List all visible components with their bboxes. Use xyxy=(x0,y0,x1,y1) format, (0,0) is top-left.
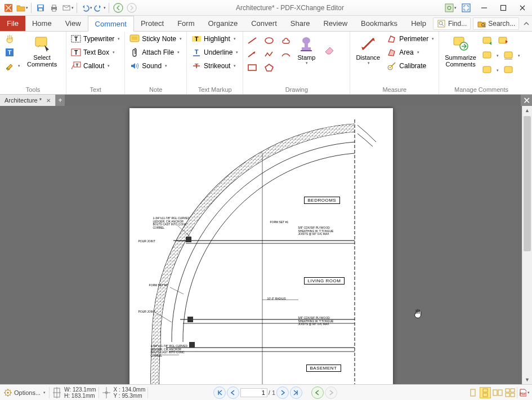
dimensions-icon[interactable] xyxy=(50,385,62,400)
oval-tool[interactable] xyxy=(262,35,276,46)
next-page-button[interactable] xyxy=(276,386,289,399)
nav-back-circle[interactable] xyxy=(311,386,324,399)
sticky-note-button[interactable]: Sticky Note▾ xyxy=(127,33,184,45)
redo-button[interactable]: ▾ xyxy=(93,2,106,14)
pdf-export-icon[interactable]: PDF▾ xyxy=(518,387,530,398)
ribbon-tabs: File Home View Comment Protect Form Orga… xyxy=(0,16,532,32)
cloud-tool[interactable] xyxy=(279,35,293,46)
summarize-button[interactable]: Summarize Comments xyxy=(441,33,480,70)
eraser-button[interactable] xyxy=(320,33,340,59)
tab-comment[interactable]: Comment xyxy=(88,16,134,32)
prev-page-button[interactable] xyxy=(227,386,239,399)
title-bar: ▾ ▾ ▾ ▾ Architecture* - PDF-XChange Edit… xyxy=(0,0,532,16)
pencil-tool[interactable] xyxy=(279,48,293,60)
scroll-down-icon[interactable]: ▼ xyxy=(522,375,532,384)
typewriter-button[interactable]: TTypewriter▾ xyxy=(69,33,122,45)
find-button[interactable]: Find... xyxy=(433,17,471,30)
last-page-button[interactable] xyxy=(290,386,302,399)
comments-list-button[interactable]: ▾ xyxy=(481,64,500,77)
layout-facing[interactable] xyxy=(492,387,503,398)
calibrate-button[interactable]: Calibrate xyxy=(385,60,436,72)
perimeter-button[interactable]: Perimeter▾ xyxy=(385,33,436,45)
svg-rect-96 xyxy=(498,390,502,395)
area-button[interactable]: Area▾ xyxy=(385,46,436,59)
options-button[interactable]: Options...▾ xyxy=(0,385,49,400)
highlight-button[interactable]: THighlight▾ xyxy=(189,33,240,45)
underline-button[interactable]: TUnderline▾ xyxy=(189,46,240,59)
svg-text:T: T xyxy=(8,49,12,56)
save-button[interactable] xyxy=(34,2,47,14)
attach-file-button[interactable]: Attach File▾ xyxy=(127,46,184,59)
scroll-up-icon[interactable]: ▲ xyxy=(522,106,532,115)
ui-options-button[interactable]: ▾ xyxy=(444,2,457,14)
close-tab-icon[interactable]: ✕ xyxy=(45,97,52,104)
export-comments[interactable] xyxy=(497,35,510,47)
tab-protect[interactable]: Protect xyxy=(134,16,171,31)
print-button[interactable] xyxy=(48,2,60,14)
svg-text:T: T xyxy=(195,35,199,42)
document-tab[interactable]: Architecture * ✕ xyxy=(0,95,56,106)
group-text: TTypewriter▾ TText Box▾ TCallout▾ Text xyxy=(66,32,125,94)
first-page-button[interactable] xyxy=(213,386,226,399)
comment-styles-button[interactable] xyxy=(502,64,516,77)
layout-single[interactable] xyxy=(467,387,479,398)
scroll-thumb[interactable] xyxy=(524,116,531,251)
tab-view[interactable]: View xyxy=(59,16,88,31)
collapse-ribbon-button[interactable] xyxy=(521,19,531,29)
file-tab[interactable]: File xyxy=(0,16,25,31)
svg-point-85 xyxy=(7,392,9,393)
hand-tool[interactable] xyxy=(2,33,23,45)
show-comments-button[interactable]: ▾ xyxy=(481,50,500,62)
tab-convert[interactable]: Convert xyxy=(244,16,284,31)
nav-back-button[interactable] xyxy=(112,2,124,14)
minimize-button[interactable] xyxy=(475,0,494,16)
polyline-tool[interactable] xyxy=(262,48,276,60)
tab-share[interactable]: Share xyxy=(284,16,317,31)
window-controls xyxy=(475,0,532,16)
fullscreen-button[interactable] xyxy=(460,2,472,14)
document-viewer[interactable]: BEDROOMS LIVING ROOM BASEMENT FORM SET #… xyxy=(0,106,522,384)
undo-button[interactable]: ▾ xyxy=(80,2,92,14)
app-icon[interactable] xyxy=(2,2,15,14)
layout-continuous[interactable] xyxy=(480,387,491,398)
tab-form[interactable]: Form xyxy=(171,16,201,31)
email-button[interactable]: ▾ xyxy=(61,2,74,14)
search-label: Search... xyxy=(488,20,515,28)
line-tool[interactable] xyxy=(245,35,259,46)
tab-home[interactable]: Home xyxy=(25,16,59,31)
nav-fwd-circle[interactable] xyxy=(325,386,337,399)
close-all-tabs[interactable]: ✕ xyxy=(521,95,532,106)
select-comments-button[interactable]: Select Comments xyxy=(24,33,60,70)
sound-button[interactable]: Sound▾ xyxy=(127,60,184,72)
new-tab-button[interactable]: + xyxy=(56,95,65,106)
arrow-tool[interactable] xyxy=(245,48,259,60)
svg-rect-2 xyxy=(38,5,43,7)
view-layout-controls: PDF▾ xyxy=(467,387,532,398)
nav-forward-button[interactable] xyxy=(126,2,138,14)
import-comments[interactable] xyxy=(481,35,494,47)
svg-rect-31 xyxy=(130,35,139,42)
callout-button[interactable]: TCallout▾ xyxy=(69,60,122,72)
cursor-pos-icon[interactable] xyxy=(99,385,111,400)
page-number-input[interactable] xyxy=(240,388,267,397)
select-text-tool[interactable]: T xyxy=(2,46,23,59)
layout-facing-continuous[interactable] xyxy=(504,387,516,398)
vertical-scrollbar[interactable]: ▲ ▼ xyxy=(522,106,532,384)
svg-rect-57 xyxy=(483,66,491,73)
close-button[interactable] xyxy=(513,0,532,16)
flatten-comments-button[interactable]: ▾ xyxy=(502,50,521,62)
format-tool[interactable]: ▾ xyxy=(2,60,23,72)
search-button[interactable]: Search... xyxy=(473,17,519,30)
strikeout-button[interactable]: TStrikeout▾ xyxy=(189,60,240,72)
stamp-button[interactable]: Stamp▾ xyxy=(294,33,319,68)
distance-button[interactable]: Distance▾ xyxy=(352,33,383,68)
tab-review[interactable]: Review xyxy=(316,16,354,31)
tab-bookmarks[interactable]: Bookmarks xyxy=(354,16,404,31)
tab-help[interactable]: Help xyxy=(404,16,433,31)
rect-tool[interactable] xyxy=(245,62,259,73)
textbox-button[interactable]: TText Box▾ xyxy=(69,46,122,59)
open-button[interactable]: ▾ xyxy=(16,2,28,14)
polygon-tool[interactable] xyxy=(262,62,276,73)
maximize-button[interactable] xyxy=(494,0,513,16)
tab-organize[interactable]: Organize xyxy=(201,16,244,31)
